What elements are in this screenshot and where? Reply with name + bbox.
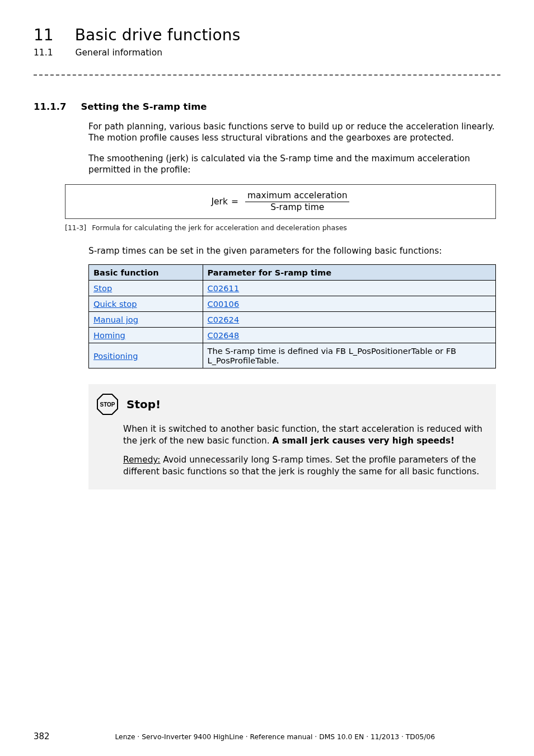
paragraph-2: The smoothening (jerk) is calculated via… — [88, 153, 496, 176]
table-row: Homing C02648 — [89, 328, 496, 343]
basic-function-link[interactable]: Homing — [93, 330, 125, 340]
parameter-link[interactable]: C02611 — [208, 283, 240, 293]
formula-caption: [11-3] Formula for calculating the jerk … — [65, 223, 496, 232]
formula-numerator: maximum acceleration — [245, 190, 350, 202]
basic-function-link[interactable]: Positioning — [93, 351, 138, 361]
chapter-title: Basic drive functions — [75, 26, 241, 44]
table-row: Positioning The S-ramp time is defined v… — [89, 343, 496, 368]
paragraph-1: For path planning, various basic functio… — [88, 121, 496, 144]
stop-icon-label: STOP — [100, 402, 115, 408]
formula-denominator: S-ramp time — [268, 202, 326, 213]
stop-icon: STOP — [96, 393, 119, 416]
formula-box: Jerk = maximum acceleration S-ramp time — [65, 184, 496, 219]
table-row: Manual jog C02624 — [89, 312, 496, 328]
parameters-table: Basic function Parameter for S-ramp time… — [88, 264, 496, 368]
subsection-row: 11.1 General information — [34, 48, 500, 58]
stop-callout: STOP Stop! When it is switched to anothe… — [88, 384, 496, 489]
subsection-number: 11.1 — [34, 48, 53, 58]
table-row: Stop C02611 — [89, 281, 496, 296]
basic-function-link[interactable]: Manual jog — [93, 315, 138, 324]
footer: 382 Lenze · Servo-Inverter 9400 HighLine… — [34, 731, 500, 741]
table-header-row: Basic function Parameter for S-ramp time — [89, 265, 496, 281]
section-row: 11.1.7 Setting the S-ramp time — [34, 101, 500, 112]
callout-paragraph-1: When it is switched to another basic fun… — [123, 423, 486, 446]
parameter-link[interactable]: C00106 — [208, 299, 240, 309]
subsection-title: General information — [76, 48, 162, 58]
callout-p2-lead: Remedy: — [123, 455, 160, 465]
basic-function-link[interactable]: Quick stop — [93, 299, 137, 309]
callout-paragraph-2: Remedy: Avoid unnecessarily long S-ramp … — [123, 454, 486, 477]
formula-caption-text: Formula for calculating the jerk for acc… — [92, 223, 347, 232]
footer-text: Lenze · Servo-Inverter 9400 HighLine · R… — [50, 733, 500, 741]
section-number: 11.1.7 — [34, 101, 66, 112]
basic-function-link[interactable]: Stop — [93, 283, 112, 293]
parameter-text: The S-ramp time is defined via FB L_PosP… — [203, 343, 495, 368]
formula-lhs: Jerk — [212, 197, 228, 207]
parameter-link[interactable]: C02624 — [208, 315, 240, 324]
page: 11 Basic drive functions 11.1 General in… — [0, 0, 534, 756]
callout-title: Stop! — [127, 398, 161, 411]
callout-p2-rest: Avoid unnecessarily long S-ramp times. S… — [123, 455, 479, 476]
divider-dashed — [34, 74, 500, 76]
chapter-row: 11 Basic drive functions — [34, 26, 500, 44]
body-column: For path planning, various basic functio… — [88, 121, 496, 489]
callout-header: STOP Stop! — [96, 393, 486, 416]
chapter-number: 11 — [34, 26, 54, 44]
table-header-basic-function: Basic function — [89, 265, 203, 281]
table-header-parameter: Parameter for S-ramp time — [203, 265, 495, 281]
table-row: Quick stop C00106 — [89, 296, 496, 312]
formula-eq: = — [231, 197, 238, 207]
paragraph-3: S-ramp times can be set in the given par… — [88, 245, 496, 256]
section-title: Setting the S-ramp time — [81, 101, 207, 112]
callout-p1-strong: A small jerk causes very high speeds! — [272, 436, 455, 446]
formula-caption-ref: [11-3] — [65, 223, 86, 232]
parameter-link[interactable]: C02648 — [208, 330, 240, 340]
formula-fraction: maximum acceleration S-ramp time — [245, 190, 350, 213]
page-number: 382 — [34, 731, 50, 741]
